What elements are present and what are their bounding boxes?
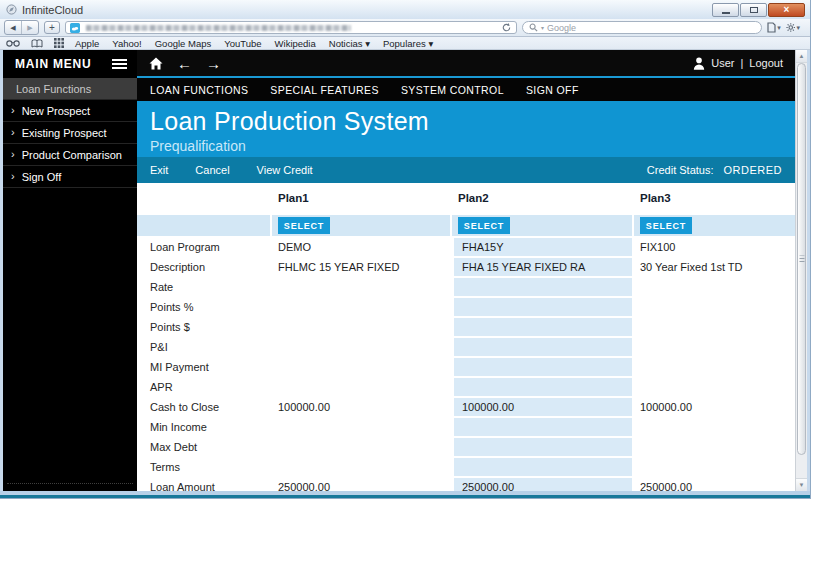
- bookmarks-list: AppleYahoo!Google MapsYouTubeWikipediaNo…: [75, 38, 433, 49]
- sidebar-item-loan-functions[interactable]: Loan Functions: [3, 77, 137, 100]
- bookmark-item-youtube[interactable]: YouTube: [224, 38, 261, 49]
- plan-header-plan1: Plan1: [272, 192, 452, 204]
- row-value-plan2: 100000.00: [452, 398, 634, 418]
- close-icon: ×: [784, 5, 790, 15]
- sidebar-title: MAIN MENU: [15, 57, 92, 71]
- bookmarks-book-icon[interactable]: [31, 39, 43, 48]
- row-value-plan2: [452, 278, 634, 298]
- table-row-apr: APR: [137, 378, 795, 398]
- close-button[interactable]: ×: [768, 3, 805, 17]
- row-label: Description: [137, 258, 272, 278]
- site-favicon-cloud-icon: [70, 23, 80, 33]
- select-button-plan3[interactable]: SELECT: [640, 217, 692, 234]
- table-row-min-income: Min Income: [137, 418, 795, 438]
- new-tab-button[interactable]: +: [44, 21, 60, 34]
- sidebar-item-label: Sign Off: [22, 171, 62, 183]
- home-icon[interactable]: [149, 57, 163, 70]
- back-button[interactable]: ◀: [5, 21, 22, 34]
- user-link[interactable]: User: [711, 57, 734, 69]
- sidebar-bottom-divider: [7, 483, 133, 484]
- action-bar: ExitCancelView Credit Credit Status: ORD…: [137, 157, 795, 183]
- hamburger-menu-icon[interactable]: [112, 59, 127, 69]
- table-row-p-i: P&I: [137, 338, 795, 358]
- user-area: User | Logout: [693, 57, 783, 70]
- sidebar-item-existing-prospect[interactable]: ›Existing Prospect: [3, 122, 137, 144]
- scroll-up-arrow[interactable]: ▲: [796, 50, 807, 63]
- select-button-plan2[interactable]: SELECT: [458, 217, 510, 234]
- row-value-plan2: [452, 458, 634, 478]
- sidebar-item-label: Product Comparison: [22, 149, 122, 161]
- table-row-terms: Terms: [137, 458, 795, 478]
- row-value-plan2: [452, 438, 634, 458]
- row-value-plan3: [634, 278, 795, 298]
- row-value-plan3: [634, 338, 795, 358]
- nav-item-loan-functions[interactable]: LOAN FUNCTIONS: [150, 84, 248, 96]
- action-link-exit[interactable]: Exit: [150, 164, 168, 176]
- forward-button[interactable]: ▶: [22, 21, 38, 34]
- forward-arrow-icon[interactable]: →: [206, 56, 221, 71]
- search-field[interactable]: ▾ Google: [522, 21, 762, 34]
- chevron-right-icon: ›: [11, 127, 15, 138]
- select-row-spacer: [137, 213, 272, 238]
- row-value-plan1: [272, 358, 452, 378]
- bookmark-item-noticias[interactable]: Noticias ▾: [329, 38, 370, 49]
- credit-status-label: Credit Status:: [647, 164, 714, 176]
- nav-item-special-features[interactable]: SPECIAL FEATURES: [270, 84, 379, 96]
- nav-item-system-control[interactable]: SYSTEM CONTROL: [401, 84, 504, 96]
- row-value-plan1: 100000.00: [272, 398, 452, 418]
- sidebar-item-new-prospect[interactable]: ›New Prospect: [3, 100, 137, 122]
- bookmark-item-populares[interactable]: Populares ▾: [383, 38, 433, 49]
- select-button-plan1[interactable]: SELECT: [278, 217, 330, 234]
- window-controls: ×: [712, 3, 805, 17]
- chevron-right-icon: ›: [11, 105, 15, 116]
- search-dropdown-icon: ▾: [541, 24, 544, 31]
- page-title: Loan Production System: [150, 108, 795, 136]
- bookmark-item-google-maps[interactable]: Google Maps: [155, 38, 212, 49]
- window-title: InfiniteCloud: [22, 4, 83, 16]
- maximize-button[interactable]: [740, 3, 767, 17]
- bookmark-item-apple[interactable]: Apple: [75, 38, 99, 49]
- scrollbar-thumb[interactable]: [797, 63, 806, 455]
- row-label: Rate: [137, 278, 272, 298]
- browser-toolbar: ◀ ▶ + ▾: [0, 19, 810, 37]
- row-label: Loan Amount: [137, 478, 272, 491]
- row-value-plan3: [634, 418, 795, 438]
- table-row-description: DescriptionFHLMC 15 YEAR FIXEDFHA 15 YEA…: [137, 258, 795, 278]
- plan-header-row: Plan1Plan2Plan3: [137, 183, 795, 213]
- window-titlebar[interactable]: InfiniteCloud ×: [0, 0, 810, 19]
- row-value-plan3: [634, 458, 795, 478]
- nav-item-sign-off[interactable]: SIGN OFF: [526, 84, 579, 96]
- action-link-cancel[interactable]: Cancel: [195, 164, 229, 176]
- back-arrow-icon[interactable]: ←: [177, 56, 192, 71]
- main-area: ← → User | Logout LOAN FUNCTIONSSPECIAL …: [137, 50, 795, 491]
- row-value-plan2: [452, 318, 634, 338]
- table-row-points: Points $: [137, 318, 795, 338]
- plan-data-rows: Loan ProgramDEMOFHA15YFIX100DescriptionF…: [137, 238, 795, 491]
- bookmark-item-wikipedia[interactable]: Wikipedia: [275, 38, 316, 49]
- table-row-loan-amount: Loan Amount250000.00250000.00250000.00: [137, 478, 795, 491]
- row-label: Points %: [137, 298, 272, 318]
- minimize-button[interactable]: [712, 3, 739, 17]
- vertical-scrollbar[interactable]: ▲ ▼: [795, 50, 807, 491]
- reload-icon[interactable]: [501, 22, 512, 33]
- select-cell-plan1: SELECT: [272, 213, 452, 238]
- reading-glasses-icon[interactable]: [6, 39, 20, 47]
- row-label: Max Debt: [137, 438, 272, 458]
- logout-link[interactable]: Logout: [749, 57, 783, 69]
- sidebar-item-sign-off[interactable]: ›Sign Off: [3, 166, 137, 188]
- row-value-plan2: FHA15Y: [452, 238, 634, 258]
- sidebar-item-product-comparison[interactable]: ›Product Comparison: [3, 144, 137, 166]
- action-link-view-credit[interactable]: View Credit: [257, 164, 313, 176]
- plan-header-plan2: Plan2: [452, 192, 634, 204]
- top-sites-grid-icon[interactable]: [54, 38, 64, 48]
- address-bar[interactable]: [65, 21, 517, 34]
- settings-menu-button[interactable]: ▾: [786, 21, 800, 34]
- bookmark-item-yahoo[interactable]: Yahoo!: [112, 38, 141, 49]
- row-value-plan1: [272, 458, 452, 478]
- row-label: APR: [137, 378, 272, 398]
- page-menu-button[interactable]: ▾: [767, 21, 781, 34]
- scroll-down-arrow[interactable]: ▼: [796, 478, 807, 491]
- row-value-plan2: [452, 338, 634, 358]
- select-cell-plan3: SELECT: [634, 213, 795, 238]
- table-row-points: Points %: [137, 298, 795, 318]
